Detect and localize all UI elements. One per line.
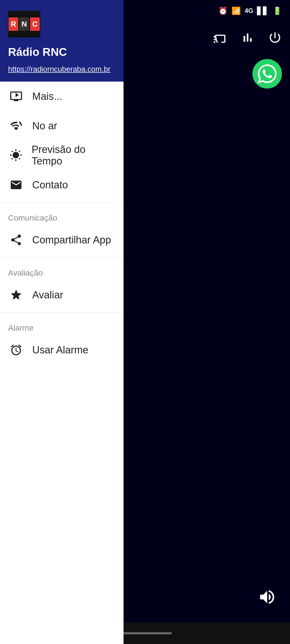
volume-button[interactable] [252, 582, 282, 612]
wifi-status-icon: 📶 [231, 6, 241, 15]
alarm-status-icon: ⏰ [218, 6, 228, 15]
drawer-station-name: Rádio RNC [8, 46, 115, 58]
divider-2 [0, 257, 124, 258]
drawer-item-mais[interactable]: Mais... [0, 82, 124, 111]
drawer-logo: R N C [8, 11, 40, 38]
tv-play-icon [8, 88, 24, 104]
wifi-on-air-icon [8, 118, 24, 134]
battery-icon: 🔋 [273, 6, 282, 15]
envelope-icon [8, 177, 24, 193]
drawer-item-compartilhar[interactable]: Compartilhar App [0, 225, 124, 255]
drawer-item-compartilhar-label: Compartilhar App [32, 234, 111, 246]
network-4g-icon: 4G [245, 7, 253, 14]
signal-icon: ▋▋ [257, 6, 269, 15]
nav-pill [118, 632, 172, 634]
divider-1 [0, 202, 124, 203]
cast-icon[interactable] [213, 31, 227, 45]
section-alarme: Alarme [0, 315, 124, 335]
background-content [124, 21, 290, 644]
drawer-item-no-ar-label: No ar [32, 120, 57, 132]
drawer-item-avaliar[interactable]: Avaliar [0, 280, 124, 310]
clock-icon [8, 342, 24, 358]
drawer-menu: R N C Rádio RNC https://radiorncuberaba.… [0, 0, 124, 644]
star-icon [8, 287, 24, 303]
drawer-item-mais-label: Mais... [32, 91, 62, 102]
top-action-bar [124, 21, 290, 54]
drawer-item-contato-label: Contato [32, 179, 68, 191]
drawer-item-alarme-label: Usar Alarme [32, 344, 88, 356]
drawer-item-no-ar[interactable]: No ar [0, 111, 124, 141]
drawer-item-alarme[interactable]: Usar Alarme [0, 335, 124, 365]
section-avaliacao: Avaliação [0, 260, 124, 280]
drawer-item-contato[interactable]: Contato [0, 170, 124, 200]
volume-icon [258, 588, 277, 606]
drawer-station-url[interactable]: https://radiorncuberaba.com.br [8, 65, 115, 74]
divider-3 [0, 312, 124, 313]
status-right-icons: ⏰ 📶 4G ▋▋ 🔋 [218, 6, 282, 15]
sun-icon [8, 147, 24, 163]
whatsapp-icon [258, 64, 277, 83]
whatsapp-button[interactable] [252, 59, 282, 89]
drawer-item-avaliar-label: Avaliar [32, 289, 63, 301]
section-comunicacao: Comunicação [0, 205, 124, 225]
drawer-item-previsao-label: Previsão do Tempo [32, 144, 115, 167]
power-icon[interactable] [268, 31, 282, 45]
drawer-header: R N C Rádio RNC https://radiorncuberaba.… [0, 0, 124, 82]
logo-box: R N C [8, 11, 40, 38]
drawer-item-previsao[interactable]: Previsão do Tempo [0, 141, 124, 170]
chart-icon[interactable] [241, 31, 255, 45]
drawer-body: Mais... No ar Previsão do Tempo [0, 82, 124, 644]
share-icon [8, 232, 24, 248]
